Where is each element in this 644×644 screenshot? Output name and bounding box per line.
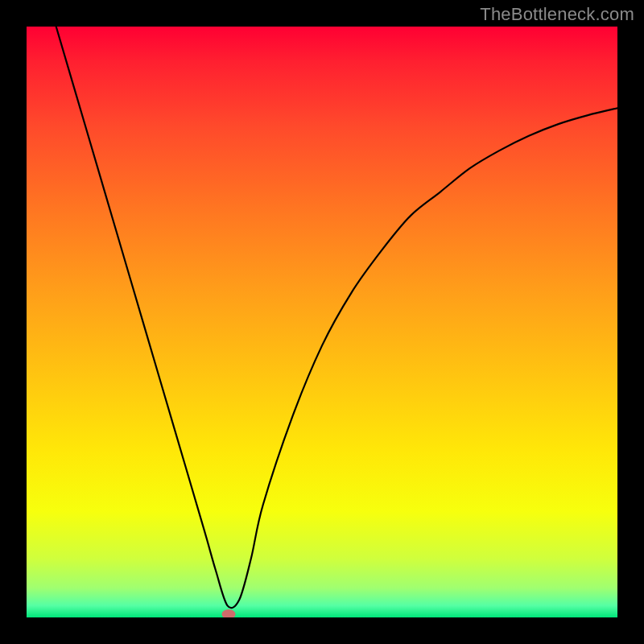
optimal-point-marker: [222, 609, 236, 617]
curve-layer: [27, 27, 617, 617]
watermark-text: TheBottleneck.com: [480, 4, 634, 25]
bottleneck-curve: [56, 27, 617, 608]
chart-frame: TheBottleneck.com: [0, 0, 644, 644]
plot-area: [27, 27, 617, 617]
